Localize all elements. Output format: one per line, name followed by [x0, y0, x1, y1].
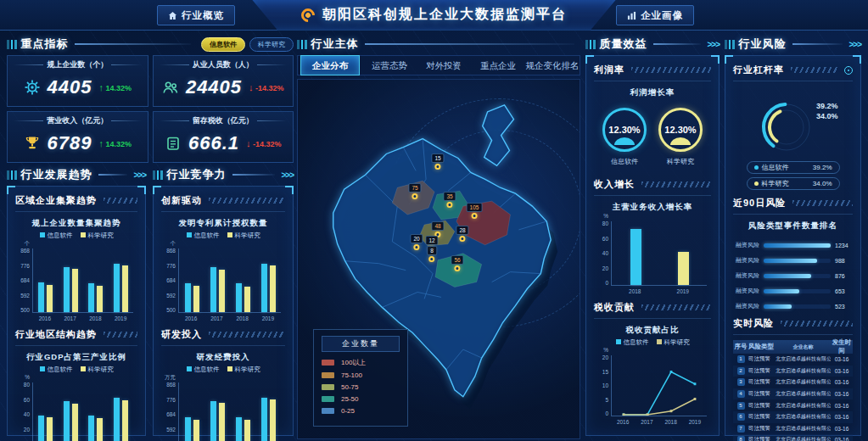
axis-category: 2017 [641, 419, 652, 425]
divider [792, 43, 843, 45]
divider [257, 120, 287, 121]
risk-type: 司法预警 [748, 402, 776, 410]
wallet-icon [165, 135, 182, 152]
axis-category: 2018 [664, 419, 676, 425]
industry-body-title: 行业主体 [311, 36, 359, 52]
map-marker-8[interactable]: 8 [427, 246, 437, 262]
stat-label: 从业人员数（人） [193, 59, 254, 70]
table-row[interactable]: 1司法预警北京启迪卓越科技有限公司03-16 [733, 354, 853, 366]
divider [160, 120, 189, 121]
more-chevrons[interactable]: >>> [133, 170, 146, 180]
divider [14, 120, 43, 121]
tab-规企变化排名[interactable]: 规企变化排名 [525, 56, 580, 75]
table-row[interactable]: 2司法预警北京启迪卓越科技有限公司03-16 [733, 366, 853, 377]
marker-value: 8 [427, 246, 437, 255]
stat-label: 规上企业数（个） [47, 59, 108, 70]
axis-tick: 80 [24, 382, 30, 388]
legend-item: 信息软件 [187, 232, 220, 240]
profit-gauge: 12.30%信息软件 [602, 108, 647, 166]
marker-value: 105 [467, 203, 483, 212]
legend-swatch [322, 372, 334, 378]
metrics-tab-科学研究[interactable]: 科学研究 [249, 37, 294, 52]
bar-group [630, 221, 641, 285]
tab-重点企业[interactable]: 重点企业 [471, 56, 525, 75]
stat-value: 6789 [48, 132, 92, 154]
chart-title: 利润增长率 [594, 83, 711, 99]
table-row[interactable]: 6司法预警北京启迪卓越科技有限公司03-16 [733, 411, 853, 423]
bar [122, 400, 128, 441]
bar [97, 286, 103, 312]
table-row[interactable]: 3司法预警北京启迪卓越科技有限公司03-16 [733, 377, 853, 388]
table-row[interactable]: 8司法预警北京启迪卓越科技有限公司03-16 [733, 434, 853, 441]
tab-企业分布[interactable]: 企业分布 [300, 55, 360, 75]
map-pin-icon [471, 213, 477, 219]
event-date: 03-16 [831, 437, 853, 441]
metrics-tab-信息软件[interactable]: 信息软件 [201, 37, 245, 52]
map-marker-20[interactable]: 20 [410, 234, 423, 250]
leverage-legend-item: 信息软件39.2% [747, 161, 840, 174]
axis-category: 2016 [185, 315, 197, 321]
arrow-down-icon: ↓ [246, 138, 251, 148]
bar-group [261, 382, 276, 441]
table-row[interactable]: 4司法预警北京启迪卓越科技有限公司03-16 [733, 388, 853, 400]
marker-value: 56 [451, 255, 463, 265]
more-chevrons[interactable]: >>> [707, 40, 720, 49]
panel-title-icon [585, 40, 596, 49]
map-legend-row: 0-25 [322, 407, 400, 415]
map-marker-35[interactable]: 35 [443, 192, 456, 208]
chart-legend: 信息软件科学研究 [161, 230, 285, 241]
divider [232, 174, 276, 176]
bar [114, 398, 120, 441]
bar-group [114, 248, 128, 312]
map-marker-105[interactable]: 105 [467, 203, 483, 219]
map-marker-75[interactable]: 75 [408, 183, 421, 199]
map-marker-15[interactable]: 15 [431, 154, 444, 170]
map-marker-56[interactable]: 56 [451, 255, 463, 271]
marker-value: 35 [443, 192, 456, 201]
subsection-title: 税收贡献 [594, 301, 635, 314]
row-index: 5 [733, 402, 748, 410]
chart-legend: 信息软件科学研究 [15, 230, 137, 241]
marker-value: 20 [410, 234, 423, 243]
bar [261, 398, 267, 441]
competitiveness-title: 行业竞争力 [167, 167, 227, 182]
map-marker-28[interactable]: 28 [456, 226, 468, 242]
risk-rank-row: 融资风险523 [733, 302, 853, 310]
dev-trend-title: 行业发展趋势 [21, 167, 92, 182]
risk-count: 653 [831, 288, 853, 294]
map-legend-row: 100以上 [322, 358, 400, 367]
marker-value: 48 [431, 221, 444, 231]
chart-title: 风险类型事件数量排名 [733, 216, 853, 232]
axis-unit: % [603, 348, 608, 353]
table-row[interactable]: 7司法预警北京启迪卓越科技有限公司03-16 [733, 423, 853, 435]
arrow-up-icon: ↑ [98, 82, 104, 92]
nav-industry-overview[interactable]: 行业概览 [157, 5, 235, 25]
profit-gauge: 12.30%科学研究 [658, 108, 703, 166]
more-chevrons[interactable]: >>> [281, 170, 294, 180]
tab-运营态势[interactable]: 运营态势 [362, 56, 417, 75]
more-chevrons[interactable]: >>> [848, 40, 861, 49]
map-legend-row: 25-50 [322, 395, 400, 403]
table-header: 序号风险类型企业名称发生时间 [733, 340, 853, 354]
legend-swatch [322, 396, 334, 402]
axis-tick: 776 [20, 264, 30, 269]
subsection-title: 创新驱动 [161, 194, 202, 207]
axis-tick: 592 [20, 293, 30, 299]
legend-label: 信息软件 [754, 163, 789, 172]
tab-对外投资[interactable]: 对外投资 [417, 56, 471, 75]
bar [88, 283, 94, 312]
axis-tick: 684 [166, 412, 176, 417]
stat-delta: ↑ 14.32% [98, 82, 132, 92]
settings-icon[interactable] [844, 66, 853, 75]
axis-category: 2018 [236, 315, 248, 321]
divider [653, 43, 702, 45]
legend-swatch [322, 360, 334, 366]
axis-category: 2017 [64, 315, 76, 321]
hatch-decoration [209, 198, 285, 204]
table-row[interactable]: 5司法预警北京启迪卓越科技有限公司03-16 [733, 399, 853, 411]
nav-enterprise-portrait[interactable]: 企业画像 [616, 5, 694, 25]
marker-value: 75 [408, 183, 421, 193]
marker-value: 15 [431, 154, 444, 163]
divider [98, 174, 128, 176]
axis-tick: 776 [166, 398, 176, 403]
